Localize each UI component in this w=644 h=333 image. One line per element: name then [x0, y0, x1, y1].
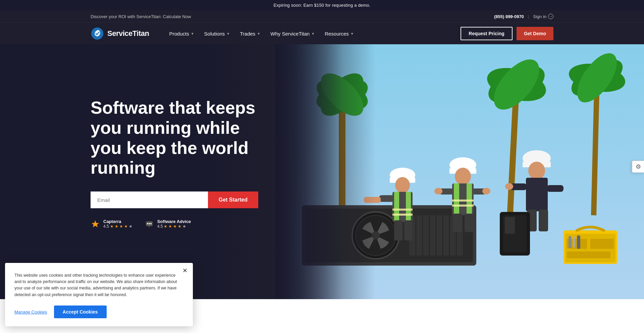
sign-in-link[interactable]: Sign in → — [533, 14, 553, 19]
star-3: ★ — [119, 224, 123, 229]
nav-solutions-label: Solutions — [204, 31, 225, 37]
svg-rect-57 — [452, 200, 474, 202]
svg-rect-55 — [453, 214, 462, 232]
svg-marker-3 — [148, 226, 150, 227]
roi-calculator-link[interactable]: Discover your ROI with ServiceTitan: Cal… — [91, 14, 191, 19]
cookie-actions: Manage Cookies Accept Cookies — [14, 306, 183, 318]
nav-solutions[interactable]: Solutions ▼ — [204, 28, 230, 39]
software-advice-score: 4.5 — [157, 224, 163, 229]
nav-divider: | — [528, 14, 529, 19]
star-1: ★ — [110, 224, 114, 229]
svg-rect-56 — [465, 214, 474, 232]
svg-point-39 — [395, 177, 410, 193]
svg-rect-44 — [404, 220, 413, 240]
software-advice-rating: Software Advice 4.5 ★ ★ ★ ★ ★ — [145, 219, 191, 229]
sa-star-5: ★ — [182, 224, 186, 229]
svg-rect-78 — [577, 235, 580, 249]
svg-rect-45 — [392, 209, 413, 211]
capterra-score: 4.5 — [103, 224, 109, 229]
hero-gradient-overlay — [275, 44, 376, 299]
sa-star-3: ★ — [173, 224, 177, 229]
hero-section: Software that keeps you running while yo… — [0, 44, 644, 299]
svg-rect-76 — [569, 236, 571, 248]
nav-resources[interactable]: Resources ▼ — [325, 28, 354, 39]
solutions-chevron-icon: ▼ — [226, 32, 230, 36]
svg-rect-63 — [547, 185, 564, 192]
hero-form: Get Started — [91, 191, 258, 208]
software-advice-source: Software Advice — [157, 219, 191, 224]
star-2: ★ — [115, 224, 118, 229]
svg-point-6 — [150, 223, 152, 224]
capterra-info: Capterra 4.5 ★ ★ ★ ★ ★ — [103, 219, 132, 229]
cookie-text: This website uses cookies and other trac… — [14, 272, 183, 298]
svg-marker-1 — [92, 220, 99, 227]
top-banner-text: Expiring soon: Earn $150 for requesting … — [273, 3, 370, 8]
logo-link[interactable]: ServiceTitan — [91, 27, 149, 40]
svg-rect-41 — [379, 195, 394, 202]
svg-rect-46 — [392, 214, 413, 216]
svg-point-5 — [149, 223, 150, 224]
svg-point-4 — [147, 223, 148, 224]
svg-rect-77 — [573, 237, 575, 247]
capterra-icon — [91, 219, 100, 229]
hero-title: Software that keeps you running while yo… — [91, 98, 258, 178]
svg-rect-74 — [590, 239, 614, 249]
top-banner: Expiring soon: Earn $150 for requesting … — [0, 0, 644, 10]
get-demo-button[interactable]: Get Demo — [517, 27, 553, 40]
software-advice-info: Software Advice 4.5 ★ ★ ★ ★ ★ — [157, 219, 191, 229]
settings-gear-icon: ⚙ — [636, 163, 641, 170]
products-chevron-icon: ▼ — [191, 32, 194, 36]
ratings-row: Capterra 4.5 ★ ★ ★ ★ ★ — [91, 219, 258, 229]
svg-rect-62 — [526, 178, 548, 211]
trades-chevron-icon: ▼ — [257, 32, 260, 36]
logo-icon — [91, 27, 104, 40]
svg-rect-70 — [505, 217, 515, 234]
accept-cookies-button[interactable]: Accept Cookies — [54, 306, 107, 318]
nav-products-label: Products — [169, 31, 189, 37]
software-advice-icon — [145, 219, 154, 229]
logo-text: ServiceTitan — [107, 29, 149, 38]
svg-point-61 — [528, 162, 545, 180]
svg-point-53 — [434, 188, 442, 195]
svg-rect-75 — [567, 252, 610, 258]
nav-links: Products ▼ Solutions ▼ Trades ▼ Why Serv… — [169, 28, 447, 39]
phone-number: (855) 899-0970 — [494, 14, 524, 19]
manage-cookies-button[interactable]: Manage Cookies — [14, 310, 47, 315]
settings-icon-button[interactable]: ⚙ — [632, 161, 644, 173]
why-chevron-icon: ▼ — [311, 32, 315, 36]
main-nav: ServiceTitan Products ▼ Solutions ▼ Trad… — [0, 22, 644, 44]
nav-trades-label: Trades — [240, 31, 255, 37]
nav-resources-label: Resources — [325, 31, 349, 37]
capterra-rating: Capterra 4.5 ★ ★ ★ ★ ★ — [91, 219, 132, 229]
nav-why-label: Why ServiceTitan — [270, 31, 310, 37]
svg-rect-67 — [539, 210, 548, 231]
nav-trades[interactable]: Trades ▼ — [240, 28, 260, 39]
sign-in-arrow-icon: → — [548, 14, 553, 19]
svg-point-54 — [482, 188, 490, 195]
sa-star-1: ★ — [164, 224, 167, 229]
capterra-source: Capterra — [103, 219, 132, 224]
secondary-nav-right: (855) 899-0970 | Sign in → — [494, 14, 553, 19]
email-input[interactable] — [91, 191, 208, 208]
sa-star-2: ★ — [168, 224, 172, 229]
nav-why-servicetitan[interactable]: Why ServiceTitan ▼ — [270, 28, 315, 39]
nav-products[interactable]: Products ▼ — [169, 28, 194, 39]
cookie-banner: ✕ This website uses cookies and other tr… — [5, 263, 193, 327]
cookie-close-button[interactable]: ✕ — [182, 268, 187, 274]
hero-content: Software that keeps you running while yo… — [0, 44, 278, 299]
svg-point-49 — [455, 168, 471, 185]
capterra-stars: 4.5 ★ ★ ★ ★ ★ — [103, 224, 132, 229]
sign-in-label: Sign in — [533, 14, 546, 19]
svg-rect-43 — [394, 220, 402, 240]
secondary-nav: Discover your ROI with ServiceTitan: Cal… — [0, 10, 644, 22]
nav-ctas: Request Pricing Get Demo — [461, 27, 553, 40]
request-pricing-button[interactable]: Request Pricing — [461, 27, 513, 40]
star-4: ★ — [124, 224, 128, 229]
svg-point-65 — [505, 183, 513, 190]
hero-image — [275, 44, 644, 299]
star-5: ★ — [129, 224, 132, 229]
get-started-button[interactable]: Get Started — [208, 191, 258, 208]
software-advice-stars: 4.5 ★ ★ ★ ★ ★ — [157, 224, 191, 229]
resources-chevron-icon: ▼ — [351, 32, 354, 36]
sa-star-4: ★ — [178, 224, 181, 229]
